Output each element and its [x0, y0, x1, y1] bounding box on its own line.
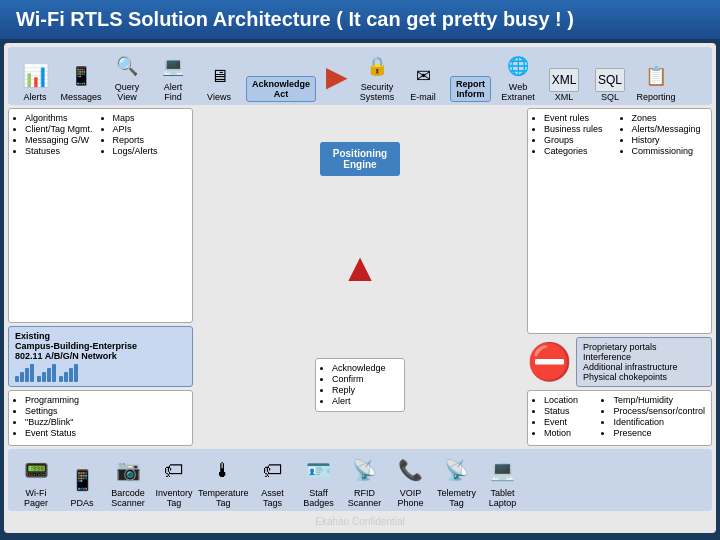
bottom-icon-row: 📟 Wi-FiPager 📱 PDAs 📷 BarcodeScanner 🏷 I…: [8, 449, 712, 511]
web-label: WebExtranet: [501, 82, 535, 102]
telemetry-tag-item: 📡 TelemetryTag: [435, 452, 479, 508]
voip-phone-label: VOIPPhone: [398, 488, 424, 508]
apis-item: APIs: [113, 124, 187, 134]
staff-badges-item: 🪪 StaffBadges: [297, 452, 341, 508]
rfid-scanner-item: 📡 RFIDScanner: [343, 452, 387, 508]
groups-item: Groups: [544, 135, 618, 145]
asset-tags-label: AssetTags: [261, 488, 284, 508]
business-rules-item: Business rules: [544, 124, 618, 134]
algorithms-col: Algorithms Client/Tag Mgmt. Messaging G/…: [15, 113, 99, 157]
xml-icon-item: XML XML: [543, 68, 585, 102]
views-label: Views: [207, 92, 231, 102]
alerts-messaging-item: Alerts/Messaging: [632, 124, 706, 134]
email-icon-item: ✉ E-mail: [402, 60, 444, 102]
xml-label: XML: [555, 92, 574, 102]
event-rules-item: Event rules: [544, 113, 618, 123]
positioning-engine-label: PositioningEngine: [330, 148, 390, 170]
positioning-engine-box: PositioningEngine: [320, 142, 400, 176]
messages-label: Messages: [60, 92, 101, 102]
proprietary-line3: Additional infrastructure: [583, 362, 705, 372]
barcode-scanner-icon: 📷: [108, 452, 148, 488]
programming-box: Programming Settings "Buzz/Blink" Event …: [8, 390, 193, 446]
staff-badges-icon: 🪪: [299, 452, 339, 488]
alert-find-icon: 💻: [154, 50, 192, 82]
acknowledge-act-label: AcknowledgeAct: [246, 76, 316, 102]
network-title: Existing: [15, 331, 186, 341]
commissioning-item: Commissioning: [632, 146, 706, 156]
algorithms-box: Algorithms Client/Tag Mgmt. Messaging G/…: [8, 108, 193, 323]
buzz-blink-item: "Buzz/Blink": [25, 417, 186, 427]
report-inform-box: ReportInform: [450, 76, 491, 102]
footer-text: Ekahau Confidential: [315, 516, 405, 527]
reporting-label: Reporting: [637, 92, 676, 102]
motion-item: Motion: [544, 428, 599, 438]
programming-item: Programming: [25, 395, 186, 405]
ack-acknowledge: Acknowledge: [332, 363, 398, 373]
statuses-item: Statuses: [25, 146, 99, 156]
alert-find-label: AlertFind: [164, 82, 183, 102]
zones-item: Zones: [632, 113, 706, 123]
email-icon: ✉: [404, 60, 442, 92]
query-view-icon: 🔍: [108, 50, 146, 82]
wifi-signal-1: [15, 364, 34, 382]
query-view-label: QueryView: [115, 82, 140, 102]
network-subtitle1: Campus-Building-Enterprise: [15, 341, 186, 351]
location-item: Location: [544, 395, 599, 405]
staff-badges-label: StaffBadges: [303, 488, 334, 508]
temp-humidity-item: Temp/Humidity: [613, 395, 705, 405]
ack-confirm: Confirm: [332, 374, 398, 384]
inventory-tag-label: InventoryTag: [155, 488, 192, 508]
sql-icon-item: SQL SQL: [589, 68, 631, 102]
settings-item: Settings: [25, 406, 186, 416]
email-label: E-mail: [410, 92, 436, 102]
tablet-laptop-item: 💻 TabletLaptop: [481, 452, 525, 508]
acknowledge-middle-box: Acknowledge Confirm Reply Alert: [315, 358, 405, 412]
pdas-icon: 📱: [62, 462, 102, 498]
wifi-pager-item: 📟 Wi-FiPager: [14, 452, 58, 508]
arrow-up-icon: ▲: [340, 247, 380, 287]
messages-icon: 📱: [62, 60, 100, 92]
rfid-scanner-label: RFIDScanner: [348, 488, 382, 508]
barcode-scanner-item: 📷 BarcodeScanner: [106, 452, 150, 508]
status-item: Status: [544, 406, 599, 416]
process-sensor-item: Process/sensor/control: [613, 406, 705, 416]
event-rules-box: Event rules Business rules Groups Catego…: [527, 108, 712, 334]
proprietary-line4: Physical chokepoints: [583, 372, 705, 382]
no-sign: ⛔: [527, 341, 572, 383]
wifi-pager-icon: 📟: [16, 452, 56, 488]
sql-label: SQL: [601, 92, 619, 102]
no-proprietary-container: ⛔ Proprietary portals Interference Addit…: [527, 337, 712, 387]
voip-phone-item: 📞 VOIPPhone: [389, 452, 433, 508]
event-rules-col: Event rules Business rules Groups Catego…: [534, 113, 618, 157]
tablet-laptop-icon: 💻: [483, 452, 523, 488]
network-box: Existing Campus-Building-Enterprise 802.…: [8, 326, 193, 387]
header-title: Wi-Fi RTLS Solution Architecture ( It ca…: [16, 8, 574, 30]
report-inform-label: ReportInform: [450, 76, 491, 102]
security-label: SecuritySystems: [360, 82, 395, 102]
query-view-icon-item: 🔍 QueryView: [106, 50, 148, 102]
web-icon: 🌐: [499, 50, 537, 82]
temperature-tag-item: 🌡 TemperatureTag: [198, 452, 249, 508]
event-status-item: Event Status: [25, 428, 186, 438]
history-item: History: [632, 135, 706, 145]
zones-col: Zones Alerts/Messaging History Commissio…: [622, 113, 706, 157]
ack-reply: Reply: [332, 385, 398, 395]
voip-phone-icon: 📞: [391, 452, 431, 488]
proprietary-line2: Interference: [583, 352, 705, 362]
pdas-item: 📱 PDAs: [60, 462, 104, 508]
logs-item: Logs/Alerts: [113, 146, 187, 156]
maps-item: Maps: [113, 113, 187, 123]
acknowledge-act-box: AcknowledgeAct: [246, 76, 316, 102]
telemetry-tag-label: TelemetryTag: [437, 488, 476, 508]
proprietary-box: Proprietary portals Interference Additio…: [576, 337, 712, 387]
xml-icon: XML: [549, 68, 579, 92]
header: Wi-Fi RTLS Solution Architecture ( It ca…: [0, 0, 720, 39]
reports-item: Reports: [113, 135, 187, 145]
pdas-label: PDAs: [70, 498, 93, 508]
views-icon-item: 🖥 Views: [198, 60, 240, 102]
wifi-pager-label: Wi-FiPager: [24, 488, 48, 508]
identification-item: Identification: [613, 417, 705, 427]
barcode-scanner-label: BarcodeScanner: [111, 488, 145, 508]
client-tag-item: Client/Tag Mgmt.: [25, 124, 99, 134]
temperature-tag-icon: 🌡: [203, 452, 243, 488]
